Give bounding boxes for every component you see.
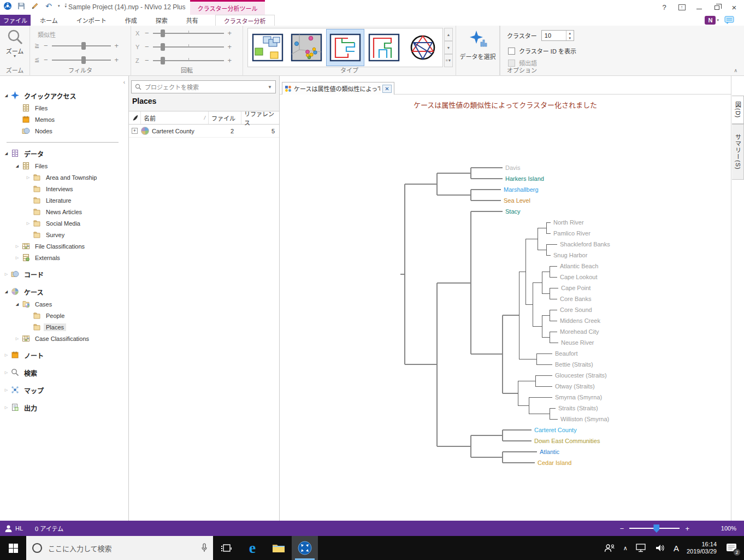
dendrogram-leaf-label[interactable]: Snug Harbor <box>553 252 588 258</box>
dendrogram-leaf-label[interactable]: Cape Point <box>561 285 591 291</box>
table-row[interactable]: + Carteret County 2 5 <box>129 125 279 138</box>
collapsed-arrow-icon[interactable]: ▷ <box>14 337 20 341</box>
dendrogram-leaf-label[interactable]: Carteret County <box>534 427 577 433</box>
pin-column-header[interactable] <box>129 111 141 124</box>
gallery-scroll-up-button[interactable]: ▲ <box>444 28 453 41</box>
sidebar-item-files[interactable]: Files <box>0 102 128 114</box>
hidden-icons-chevron[interactable]: ∧ <box>623 545 628 552</box>
collapsed-arrow-icon[interactable]: ▷ <box>3 405 9 410</box>
type-button-dendrogram-vertical[interactable] <box>365 30 403 66</box>
tab-summary[interactable]: サマリー(S) <box>732 124 744 180</box>
tab-cluster-analysis[interactable]: クラスター分析 <box>215 15 275 26</box>
dendrogram-leaf-label[interactable]: Gloucester (Straits) <box>555 372 607 379</box>
collapsed-arrow-icon[interactable]: ▷ <box>3 388 9 392</box>
rotate-Y-minus-button[interactable]: − <box>145 44 149 50</box>
dendrogram-leaf-label[interactable]: Otway (Straits) <box>555 383 595 390</box>
dendrogram-leaf-label[interactable]: Williston (Smyrna) <box>560 416 609 422</box>
sidebar-item-interviews[interactable]: Interviews <box>0 183 128 194</box>
nvivo-taskbar-icon[interactable] <box>292 536 318 560</box>
tab-file[interactable]: ファイル <box>0 15 31 26</box>
start-button[interactable] <box>0 536 26 560</box>
tab-共有[interactable]: 共有 <box>177 15 208 26</box>
dendrogram-leaf-label[interactable]: North River <box>553 219 584 226</box>
filter-max-plus-button[interactable]: + <box>115 57 119 63</box>
sidebar-item-出力[interactable]: ▷出力 <box>0 401 128 414</box>
sidebar-item-コード[interactable]: ▷コード <box>0 268 128 281</box>
dendrogram-leaf-label[interactable]: Down East Communities <box>534 438 600 444</box>
rotate-Z-minus-button[interactable]: − <box>145 58 149 63</box>
dendrogram-leaf-label[interactable]: Harkers Island <box>505 175 544 182</box>
close-document-tab-button[interactable]: ✕ <box>382 85 392 93</box>
task-view-button[interactable] <box>213 536 239 560</box>
zoom-icon[interactable] <box>7 29 23 46</box>
save-button[interactable] <box>17 2 26 10</box>
edit-pencil-button[interactable] <box>31 2 39 10</box>
document-tab[interactable]: ケースは属性値の類似性によって ✕ <box>282 82 394 95</box>
edge-browser-icon[interactable]: e <box>239 536 265 560</box>
spinner-up-button[interactable]: ▲ <box>566 31 574 36</box>
expanded-arrow-icon[interactable]: ◢ <box>14 302 20 306</box>
dendrogram-leaf-label[interactable]: Middens Creek <box>560 317 600 324</box>
minimize-button[interactable] <box>692 2 707 14</box>
collapsed-arrow-icon[interactable]: ▷ <box>3 370 9 375</box>
sidebar-item-クイックアクセス[interactable]: ◢クイックアクセス <box>0 89 128 102</box>
dendrogram-leaf-label[interactable]: Core Banks <box>560 296 592 302</box>
collapsed-arrow-icon[interactable]: ▷ <box>3 353 9 357</box>
help-button[interactable]: ? <box>657 2 672 14</box>
sidebar-item-survey[interactable]: Survey <box>0 229 128 240</box>
taskbar-search-input[interactable]: ここに入力して検索 <box>26 536 213 560</box>
filter-min-minus-button[interactable]: − <box>44 43 48 49</box>
collapsed-arrow-icon[interactable]: ▷ <box>14 256 20 260</box>
file-explorer-icon[interactable] <box>265 536 292 560</box>
similarity-min-slider[interactable] <box>52 45 111 46</box>
dendrogram-leaf-label[interactable]: Sea Level <box>504 197 530 204</box>
cluster-count-spinner[interactable]: 10 ▲▼ <box>541 30 574 41</box>
dendrogram-leaf-label[interactable]: Neuse River <box>561 339 594 346</box>
search-dropdown-caret[interactable]: ▼ <box>268 85 272 90</box>
show-cluster-id-checkbox[interactable] <box>508 48 515 55</box>
dendrogram-leaf-label[interactable]: Stacy <box>505 208 521 215</box>
sidebar-item-file-classifications[interactable]: ▷File Classifications <box>0 240 128 252</box>
taskbar-clock[interactable]: 16:14 2019/03/29 <box>687 541 717 555</box>
dendrogram-leaf-label[interactable]: Pamlico River <box>553 230 591 237</box>
type-button-circle-graph[interactable] <box>404 30 441 66</box>
status-zoom-in-button[interactable]: + <box>685 524 689 533</box>
restore-button[interactable] <box>709 2 724 14</box>
dendrogram-leaf-label[interactable]: Shackleford Banks <box>560 241 610 247</box>
type-button-cluster-map-3d[interactable] <box>288 30 325 66</box>
similarity-max-slider[interactable] <box>52 60 111 61</box>
dendrogram-leaf-label[interactable]: Davis <box>505 164 521 171</box>
dendrogram-svg[interactable]: DavisHarkers IslandMarshallbergSea Level… <box>280 95 731 521</box>
nvivo-account-badge[interactable]: N▾ <box>705 16 719 25</box>
feedback-bubble-icon[interactable] <box>724 16 734 25</box>
zoom-slider-thumb[interactable] <box>653 524 659 533</box>
tab-ホーム[interactable]: ホーム <box>31 15 67 26</box>
rotate-Z-plus-button[interactable]: + <box>228 58 232 63</box>
microphone-icon[interactable] <box>201 543 208 553</box>
sidebar-item-news-articles[interactable]: News Articles <box>0 206 128 217</box>
close-button[interactable]: × <box>727 2 742 14</box>
expanded-arrow-icon[interactable]: ◢ <box>3 93 9 98</box>
rotate-Z-slider[interactable] <box>153 60 224 61</box>
zoom-dropdown-caret[interactable]: ▼ <box>0 54 29 58</box>
action-center-button[interactable]: 2 <box>724 541 739 555</box>
expanded-arrow-icon[interactable]: ◢ <box>3 151 9 156</box>
filter-min-plus-button[interactable]: + <box>115 43 119 49</box>
dendrogram-leaf-label[interactable]: Core Sound <box>560 306 592 313</box>
dendrogram-leaf-label[interactable]: Morehead City <box>560 328 599 335</box>
sidebar-item-memos[interactable]: Memos <box>0 114 128 125</box>
dendrogram-leaf-label[interactable]: Marshallberg <box>504 186 539 193</box>
type-button-dendrogram-horizontal[interactable] <box>327 30 364 66</box>
rotate-Y-slider[interactable] <box>153 46 224 48</box>
type-button-cluster-map-2d[interactable] <box>249 30 286 66</box>
column-header-files[interactable]: ファイル <box>209 111 241 124</box>
rotate-X-minus-button[interactable]: − <box>145 31 149 36</box>
collapsed-arrow-icon[interactable]: ▷ <box>25 221 31 226</box>
collapsed-arrow-icon[interactable]: ▷ <box>25 175 31 180</box>
rotate-X-plus-button[interactable]: + <box>228 31 232 36</box>
tab-diagram[interactable]: 図(D) <box>732 96 744 124</box>
dendrogram-leaf-label[interactable]: Beaufort <box>555 350 578 357</box>
row-expander-button[interactable]: + <box>132 128 138 134</box>
tab-探索[interactable]: 探索 <box>146 15 177 26</box>
sidebar-item-literature[interactable]: Literature <box>0 194 128 206</box>
